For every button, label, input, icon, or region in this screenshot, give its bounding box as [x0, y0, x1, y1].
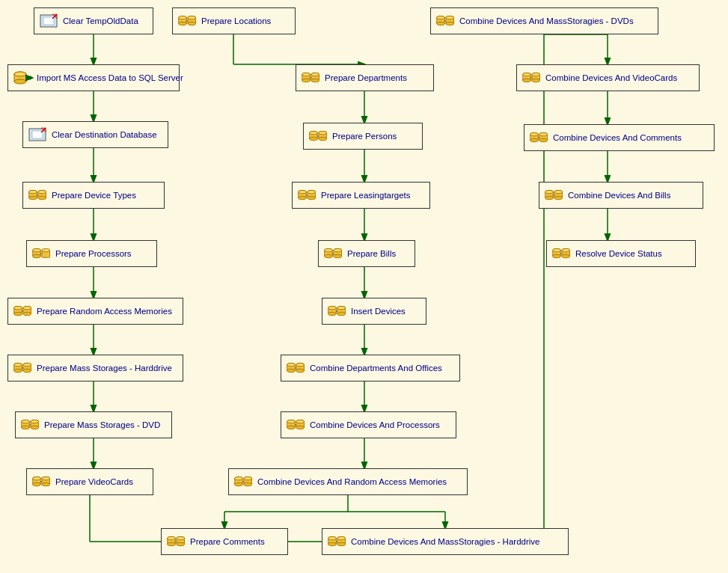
svg-point-154: [287, 363, 296, 366]
prep-persons-icon: [308, 128, 329, 144]
svg-point-47: [29, 190, 37, 193]
comb-dept-off-node[interactable]: Combine Departments And Offices: [281, 355, 460, 382]
svg-point-220: [539, 138, 548, 141]
svg-point-94: [42, 482, 50, 485]
svg-point-121: [319, 137, 327, 140]
svg-point-225: [545, 196, 554, 199]
svg-point-212: [532, 73, 540, 76]
prep-vc-node[interactable]: Prepare VideoCards: [26, 468, 153, 495]
svg-point-46: [29, 196, 37, 199]
svg-point-122: [319, 131, 327, 134]
svg-point-131: [308, 190, 316, 193]
comb-dev-mass-dvd-node[interactable]: Combine Devices And MassStoragies - DVDs: [430, 7, 658, 34]
clear-dest-label: Clear Destination Database: [52, 130, 157, 139]
clear-temp-node[interactable]: Clear TempOldData: [34, 7, 153, 34]
prep-bills-node[interactable]: Prepare Bills: [318, 240, 415, 267]
svg-point-189: [328, 542, 337, 545]
svg-point-149: [337, 306, 346, 309]
svg-point-91: [33, 477, 41, 479]
svg-point-229: [554, 196, 563, 199]
svg-point-167: [296, 420, 305, 423]
svg-point-99: [179, 22, 187, 25]
comb-dev-ram-node[interactable]: Combine Devices And Random Access Memori…: [228, 468, 468, 495]
clear-dest-node[interactable]: Clear Destination Database: [22, 121, 168, 148]
comb-dev-comments-node[interactable]: Combine Devices And Comments: [524, 124, 715, 151]
comb-dev-vc-node[interactable]: Combine Devices And VideoCards: [516, 64, 700, 91]
comb-dev-vc-label: Combine Devices And VideoCards: [545, 73, 677, 82]
svg-point-109: [302, 73, 311, 76]
svg-point-136: [325, 248, 333, 251]
prep-leasing-label: Prepare Leasingtargets: [321, 191, 411, 200]
svg-point-85: [31, 426, 39, 429]
svg-point-81: [22, 426, 30, 429]
prep-dept-node[interactable]: Prepare Departments: [296, 64, 434, 91]
svg-point-148: [337, 312, 346, 315]
prep-loc-node[interactable]: Prepare Locations: [172, 7, 296, 34]
svg-point-202: [446, 22, 454, 25]
comb-dev-mass-dvd-label: Combine Devices And MassStoragies - DVDs: [459, 16, 634, 25]
comb-dev-bills-icon: [544, 187, 565, 203]
svg-point-135: [325, 254, 333, 257]
svg-point-207: [523, 79, 531, 82]
comb-dev-proc-node[interactable]: Combine Devices And Processors: [281, 411, 456, 438]
svg-point-208: [523, 73, 531, 76]
prep-comments-node[interactable]: Prepare Comments: [161, 528, 288, 555]
prep-loc-label: Prepare Locations: [201, 16, 271, 25]
resolve-status-label: Resolve Device Status: [575, 249, 662, 258]
svg-point-216: [530, 138, 539, 141]
svg-point-234: [553, 254, 561, 257]
svg-point-95: [42, 477, 50, 479]
comb-dev-vc-icon: [521, 70, 542, 86]
insert-dev-node[interactable]: Insert Devices: [322, 298, 426, 325]
comb-dept-off-label: Combine Departments And Offices: [310, 364, 442, 373]
svg-point-239: [562, 248, 570, 251]
svg-point-77: [23, 363, 31, 366]
comb-dev-comments-icon: [529, 129, 550, 146]
prep-mass-dvd-label: Prepare Mass Storages - DVD: [44, 420, 160, 429]
prep-proc-icon: [31, 245, 52, 262]
prep-mass-dvd-node[interactable]: Prepare Mass Storages - DVD: [15, 411, 172, 438]
prep-mass-hdd-node[interactable]: Prepare Mass Storages - Harddrive: [7, 355, 183, 382]
resolve-status-icon: [551, 245, 572, 262]
prep-proc-node[interactable]: Prepare Processors: [26, 240, 157, 267]
prep-leasing-node[interactable]: Prepare Leasingtargets: [292, 182, 430, 209]
svg-point-163: [287, 420, 296, 423]
svg-point-118: [310, 131, 318, 134]
prep-persons-label: Prepare Persons: [332, 132, 397, 141]
prep-ram-icon: [13, 303, 34, 319]
svg-point-158: [296, 363, 305, 366]
comb-dept-off-icon: [286, 360, 307, 376]
resolve-status-node[interactable]: Resolve Device Status: [546, 240, 696, 267]
svg-point-175: [244, 482, 252, 485]
svg-point-181: [168, 536, 176, 539]
svg-point-162: [287, 426, 296, 429]
svg-point-126: [299, 196, 307, 199]
comb-dev-bills-node[interactable]: Combine Devices And Bills: [539, 182, 703, 209]
svg-point-199: [437, 16, 445, 19]
svg-point-56: [33, 248, 41, 251]
svg-point-64: [14, 306, 22, 309]
svg-point-50: [38, 196, 46, 199]
comb-dev-mass-hdd-label: Combine Devices And MassStoragies - Hard…: [351, 537, 539, 546]
prep-persons-node[interactable]: Prepare Persons: [303, 123, 423, 150]
svg-point-113: [311, 73, 319, 76]
prep-dept-icon: [301, 70, 322, 86]
clear-dest-icon: [28, 126, 49, 143]
prep-devtypes-icon: [28, 187, 49, 203]
prep-leasing-icon: [297, 187, 318, 203]
svg-point-139: [334, 254, 342, 257]
import-ms-label: Import MS Access Data to SQL Server: [37, 73, 183, 82]
svg-point-211: [532, 79, 540, 82]
import-ms-node[interactable]: Import MS Access Data to SQL Server: [7, 64, 180, 91]
svg-point-63: [14, 312, 22, 315]
prep-devtypes-node[interactable]: Prepare Device Types: [22, 182, 165, 209]
svg-point-171: [235, 482, 243, 485]
svg-point-153: [287, 369, 296, 372]
svg-point-117: [310, 137, 318, 140]
svg-point-51: [38, 190, 46, 193]
prep-ram-node[interactable]: Prepare Random Access Memories: [7, 298, 183, 325]
comb-dev-mass-hdd-node[interactable]: Combine Devices And MassStoragies - Hard…: [322, 528, 569, 555]
clear-icon: [39, 13, 60, 29]
svg-point-157: [296, 369, 305, 372]
svg-point-221: [539, 132, 548, 135]
